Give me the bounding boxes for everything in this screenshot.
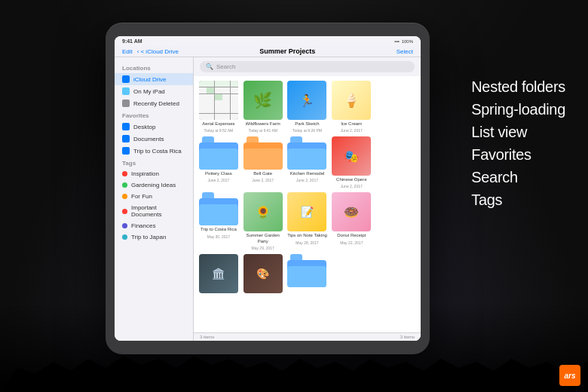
file-thumbnail-park: 🏃 <box>287 81 326 120</box>
file-item[interactable] <box>287 254 328 296</box>
ipad-icon <box>122 87 130 95</box>
ars-logo: ars <box>559 365 580 386</box>
navigation-bar: Edit ‹ < iCloud Drive Summer Projects Se… <box>115 46 421 57</box>
file-thumbnail-icecream: 🍦 <box>332 81 371 120</box>
feature-list: Nested folders Spring-loading List view … <box>471 75 565 211</box>
sidebar-important-label: Important Documents <box>131 204 185 218</box>
file-name: Pottery Class <box>205 171 232 176</box>
file-name: Aerial Expenses <box>202 121 234 127</box>
file-item[interactable]: 🏛️ <box>198 254 239 296</box>
status-bar: 9:41 AM ▪▪▪ 100% <box>115 36 421 46</box>
file-name: Summer Garden Party <box>243 233 283 243</box>
back-button[interactable]: ‹ < iCloud Drive <box>137 48 179 55</box>
feature-spring-loading: Spring-loading <box>471 98 565 121</box>
file-date: June 2, 2017 <box>252 178 274 182</box>
sidebar-item-ipad[interactable]: On My iPad <box>115 85 193 97</box>
file-item[interactable]: Aerial Expenses Today at 9:52 AM <box>198 81 239 133</box>
search-bar: 🔍 Search <box>194 57 421 76</box>
file-item[interactable]: 🌻 Summer Garden Party May 29, 2017 <box>243 192 283 250</box>
folder-thumbnail-kitchen <box>287 136 326 170</box>
file-thumbnail-spreadsheet <box>199 81 238 120</box>
sidebar-tag-inspiration[interactable]: Inspiration <box>115 168 193 179</box>
sidebar-tag-japan[interactable]: Trip to Japan <box>115 231 193 243</box>
sidebar-fun-label: For Fun <box>131 193 152 200</box>
sidebar-tag-fun[interactable]: For Fun <box>115 191 193 202</box>
sidebar-item-costarica[interactable]: Trip to Costa Rica <box>115 145 193 157</box>
file-name: Ice Cream <box>341 121 362 127</box>
ipad-device: 9:41 AM ▪▪▪ 100% Edit ‹ < iCloud Drive S… <box>106 23 430 354</box>
status-icons: ▪▪▪ 100% <box>394 39 413 44</box>
feature-favorites: Favorites <box>471 143 565 166</box>
file-name: Kitchen Remodel <box>290 171 325 176</box>
feature-tags: Tags <box>471 188 565 211</box>
file-item[interactable]: Pottery Class June 2, 2017 <box>198 136 239 188</box>
file-name: Wildflowers Farm <box>246 121 280 127</box>
nav-title: Summer Projects <box>183 47 392 55</box>
file-item[interactable]: Kitchen Remodel June 2, 2017 <box>287 136 328 188</box>
tag-red2-dot <box>122 209 127 214</box>
file-item[interactable]: 🍦 Ice Cream June 2, 2017 <box>331 81 372 133</box>
sidebar-tag-important[interactable]: Important Documents <box>115 202 193 220</box>
select-button[interactable]: Select <box>397 48 413 55</box>
bottom-bar-left: 3 items <box>200 335 214 339</box>
file-date: May 22, 2017 <box>340 240 363 245</box>
folder-thumbnail-pottery <box>199 136 238 170</box>
file-item[interactable]: Bell Gate June 2, 2017 <box>243 136 283 188</box>
file-name: Bell Gate <box>253 171 272 176</box>
file-date: May 29, 2017 <box>252 246 274 250</box>
documents-icon <box>122 135 130 142</box>
file-item[interactable]: 🎭 Chinese Opera June 2, 2017 <box>331 136 372 188</box>
file-date: June 2, 2017 <box>207 178 229 182</box>
back-label: < iCloud Drive <box>140 48 178 55</box>
ipad-screen: 9:41 AM ▪▪▪ 100% Edit ‹ < iCloud Drive S… <box>115 36 421 341</box>
sidebar-item-deleted[interactable]: Recently Deleted <box>115 97 193 109</box>
chevron-left-icon: ‹ <box>137 48 139 55</box>
file-thumbnail-notes: 📝 <box>287 192 326 231</box>
feature-search: Search <box>471 166 565 188</box>
sidebar-icloud-label: iCloud Drive <box>133 76 167 83</box>
folder-thumbnail-bell <box>243 136 283 170</box>
sidebar-desktop-label: Desktop <box>133 124 155 130</box>
file-item[interactable]: 🍩 Donut Receipt May 22, 2017 <box>331 192 372 250</box>
bottom-bar: 3 items 3 items <box>194 332 421 341</box>
sidebar-item-documents[interactable]: Documents <box>115 133 193 145</box>
sidebar-item-desktop[interactable]: Desktop <box>115 121 193 133</box>
file-item[interactable]: 🎨 <box>243 254 283 296</box>
locations-section-title: Locations <box>115 62 193 73</box>
sidebar-tag-gardening[interactable]: Gardening Ideas <box>115 179 193 191</box>
folder-thumbnail-costarica <box>199 192 238 225</box>
tag-red-dot <box>122 171 127 176</box>
edit-button[interactable]: Edit <box>122 48 133 55</box>
icloud-icon <box>122 75 130 83</box>
sidebar-ipad-label: On My iPad <box>133 88 165 95</box>
file-date: Today at 9:52 AM <box>204 128 234 133</box>
file-date: June 2, 2017 <box>341 184 363 188</box>
sidebar-costarica-label: Trip to Costa Rica <box>133 148 182 155</box>
file-name: Tips on Note Taking <box>287 233 327 238</box>
search-input-field[interactable]: 🔍 Search <box>200 61 415 72</box>
file-item[interactable]: 🌿 Wildflowers Farm Today at 9:41 AM <box>243 81 283 133</box>
sidebar-gardening-label: Gardening Ideas <box>131 182 176 188</box>
tag-purple-dot <box>122 223 127 228</box>
file-item[interactable]: 📝 Tips on Note Taking May 28, 2017 <box>287 192 328 250</box>
file-date: Today at 9:26 PM <box>292 128 322 133</box>
file-date: May 28, 2017 <box>296 240 318 245</box>
file-area: 🔍 Search <box>194 57 421 341</box>
file-name: Trip to Costa Rica <box>201 227 237 232</box>
tag-green-dot <box>122 182 127 188</box>
status-time: 9:41 AM <box>122 38 142 44</box>
feature-list-view: List view <box>471 121 565 143</box>
file-item[interactable]: 🏃 Park Sketch Today at 9:26 PM <box>287 81 328 133</box>
file-grid: Aerial Expenses Today at 9:52 AM 🌿 Wildf… <box>194 76 421 332</box>
file-thumbnail-receipt: 🍩 <box>332 192 371 231</box>
desktop-icon <box>122 123 130 130</box>
sidebar-item-icloud[interactable]: iCloud Drive <box>115 73 193 85</box>
bottom-bar-right: 3 items <box>400 335 415 339</box>
favorites-section-title: Favorites <box>115 109 193 121</box>
tags-section-title: Tags <box>115 157 193 168</box>
sidebar: Locations iCloud Drive On My iPad Recent… <box>115 57 194 341</box>
tag-orange-dot <box>122 194 127 199</box>
file-item[interactable]: Trip to Costa Rica May 30, 2017 <box>198 192 239 250</box>
sidebar-tag-finances[interactable]: Finances <box>115 220 193 231</box>
feature-nested-folders: Nested folders <box>471 75 565 98</box>
